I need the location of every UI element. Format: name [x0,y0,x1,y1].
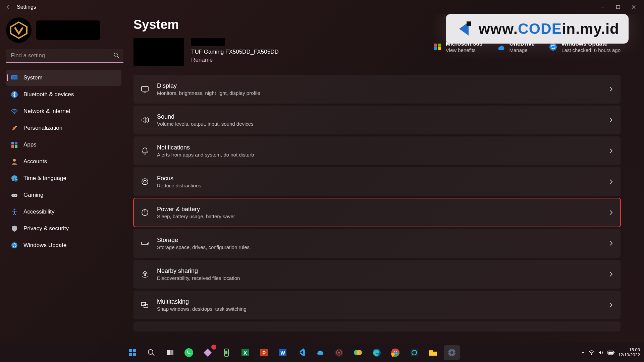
watermark-logo-icon [455,19,474,38]
user-name-block [36,20,100,40]
tray-date[interactable]: 12/10/2022 [618,353,640,358]
app-pinned-2[interactable] [218,345,234,360]
nav-time-language[interactable]: Time & language [6,170,121,186]
rename-link[interactable]: Rename [191,57,279,63]
nav-windows-update[interactable]: Windows Update [6,237,121,253]
tray-time[interactable]: 15.03 [618,348,640,353]
chevron-right-icon [609,148,613,154]
sync-icon [549,43,557,51]
sidebar: System Bluetooth & devices Network & int… [0,14,127,343]
nav-personalization[interactable]: Personalization [6,120,121,136]
task-view[interactable] [162,345,178,360]
tray-battery-icon[interactable] [607,350,615,355]
card-notifications[interactable]: NotificationsAlerts from apps and system… [133,136,621,165]
card-nearby-sharing[interactable]: Nearby sharingDiscoverability, received … [133,260,621,289]
excel-icon[interactable]: X [237,345,253,360]
file-explorer-icon[interactable] [425,345,441,360]
card-sound[interactable]: SoundVolume levels, output, input, sound… [133,106,621,134]
vscode-icon[interactable] [293,345,310,360]
svg-rect-1 [616,5,620,9]
svg-rect-45 [170,350,173,355]
chevron-right-icon [609,302,613,308]
share-icon [140,269,150,279]
tray-volume-icon[interactable] [598,350,604,355]
settings-app-icon[interactable] [444,345,460,360]
taskbar-search[interactable] [143,345,159,360]
app-pinned-4[interactable] [331,345,347,360]
nav-system[interactable]: System [6,70,121,86]
edge-icon[interactable] [369,345,385,360]
svg-rect-36 [142,302,146,306]
svg-rect-17 [11,194,17,197]
shield-icon [11,225,18,232]
whatsapp-icon[interactable] [181,345,197,360]
svg-point-75 [591,354,592,355]
monitor-icon [11,74,18,81]
svg-point-30 [142,179,148,185]
bell-icon [140,146,150,156]
titlebar: Settings [0,0,644,14]
nav-gaming[interactable]: Gaming [6,187,121,203]
chrome-icon[interactable] [387,345,404,360]
power-icon [140,208,150,217]
start-button[interactable] [124,345,141,360]
card-display[interactable]: DisplayMonitors, brightness, night light… [133,75,621,104]
svg-rect-24 [438,44,441,47]
card-power-battery[interactable]: Power & batterySleep, battery usage, bat… [133,198,621,227]
card-focus[interactable]: FocusReduce distractions [133,167,621,196]
nav-privacy[interactable]: Privacy & security [6,221,121,237]
card-sub: Alerts from apps and system, do not dist… [157,152,254,158]
card-storage[interactable]: StorageStorage space, drives, configurat… [133,229,621,258]
tray-wifi-icon[interactable] [589,350,595,355]
card-title: Notifications [157,144,254,151]
svg-rect-40 [129,353,132,356]
watermark: www.CODEin.my.id [446,14,629,44]
minimize-button[interactable] [595,2,610,12]
svg-point-19 [15,195,16,196]
nav-apps[interactable]: Apps [6,137,121,153]
card-sub: Discoverability, received files location [157,275,240,281]
powerpoint-icon[interactable]: P [256,345,272,360]
app-pinned-6[interactable] [406,345,422,360]
svg-line-43 [152,354,154,356]
watermark-code: CODE [518,20,562,37]
card-title: Sound [157,113,254,120]
multitask-icon [140,300,150,310]
word-icon[interactable]: W [275,345,291,360]
svg-marker-2 [11,22,27,38]
card-partial[interactable] [133,321,621,331]
svg-line-4 [117,56,119,58]
chevron-right-icon [609,86,613,92]
person-icon [11,158,18,165]
tray-overflow-icon[interactable] [581,350,585,355]
gamepad-icon [11,191,18,199]
nav-network[interactable]: Network & internet [6,103,121,119]
maximize-button[interactable] [610,2,626,12]
card-title: Display [157,82,260,89]
svg-text:W: W [281,350,285,356]
svg-rect-77 [614,352,614,353]
app-pinned-5[interactable] [350,345,366,360]
device-name-redacted [191,38,225,46]
nav-accessibility[interactable]: Accessibility [6,204,121,220]
card-sub: Storage space, drives, configuration rul… [157,244,250,250]
nav-bluetooth[interactable]: Bluetooth & devices [6,86,121,103]
accessibility-icon [11,208,18,216]
svg-rect-6 [12,76,17,79]
card-sub: Sleep, battery usage, battery saver [157,214,235,219]
tile-sub: Manage [509,47,535,53]
card-sub: Volume levels, output, input, sound devi… [157,121,254,127]
close-button[interactable] [626,2,641,12]
avatar[interactable] [6,17,32,43]
nav-accounts[interactable]: Accounts [6,154,121,170]
search-input[interactable] [6,49,123,63]
back-button[interactable] [3,2,13,12]
app-pinned-3[interactable] [312,345,328,360]
svg-point-3 [114,53,117,56]
svg-point-18 [13,195,14,196]
update-icon [11,242,18,249]
wifi-icon [11,108,18,115]
card-title: Multitasking [157,298,247,305]
app-pinned-1[interactable] [200,345,216,360]
card-multitasking[interactable]: MultitaskingSnap windows, desktops, task… [133,291,621,319]
